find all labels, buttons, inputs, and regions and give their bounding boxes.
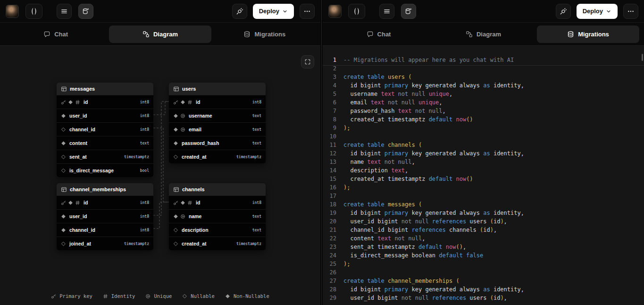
line-number: 25 [323,260,343,268]
workflow-icon [142,31,150,38]
tab-label: Diagram [153,31,178,38]
non-nullable-icon [68,100,73,105]
left-app-panel: Deploy ChatDiagramMigrations messagesidi… [0,0,320,305]
app-logo-button[interactable] [25,4,42,19]
code-line: 17 [323,192,644,200]
column-name: id [196,200,200,205]
column-name: user_id [69,213,87,219]
database-sparkle-button[interactable] [78,4,93,19]
tab-chat[interactable]: Chat [5,25,107,43]
avatar[interactable] [6,5,19,18]
deploy-button[interactable]: Deploy [253,4,294,19]
line-number: 6 [323,98,343,107]
tab-diagram[interactable]: Diagram [432,25,535,43]
identity-icon [75,100,80,105]
expand-icon [304,59,311,65]
primary-key-icon [173,100,178,105]
more-button[interactable] [300,4,315,19]
column-flags [61,113,66,119]
column-type: text [252,141,261,145]
more-button[interactable] [623,4,638,19]
code-line: 29 user_id bigint not null references us… [323,294,644,302]
non-nullable-icon [180,100,185,105]
menu-icon [60,8,68,15]
line-number: 15 [323,175,343,183]
topbar: Deploy [0,0,320,23]
line-content: id bigint primary key generated always a… [343,285,644,294]
identity-icon [103,294,108,299]
tab-migrations[interactable]: Migrations [214,25,316,43]
column-type: int8 [252,100,261,104]
column-flags [61,241,66,246]
column-name: channel_id [69,127,95,132]
column-type: bool [140,169,149,173]
line-number: 18 [323,200,343,209]
column-flags [61,154,66,160]
identity-icon [187,100,192,105]
avatar[interactable] [328,5,342,18]
column-row: joined_attimestamptz [57,237,153,250]
right-app-panel: Deploy ChatDiagramMigrations 1-- Migrati… [323,0,644,305]
line-number: 8 [323,115,343,124]
line-number: 9 [323,124,343,132]
database-sparkle-button[interactable] [401,4,416,19]
line-content: id bigint primary key generated always a… [343,209,644,217]
legend-identity: Identity [103,293,135,299]
code-line: 21 channel_id bigint references channels… [323,226,644,234]
table-node-users[interactable]: usersidint8usernametextemailtextpassword… [169,83,266,163]
tab-chat[interactable]: Chat [327,25,430,43]
column-type: text [252,114,261,118]
topbar: Deploy [323,0,644,23]
menu-button[interactable] [57,4,72,19]
line-content: created_at timestamptz default now() [343,115,644,124]
table-icon [61,186,67,193]
nullable-icon [173,228,178,233]
line-number: 1 [323,56,343,64]
diagram-legend: Primary keyIdentityUniqueNullableNon-Nul… [0,293,320,299]
diagram-canvas[interactable]: messagesidint8user_idint8channel_idint8c… [0,46,320,305]
line-content: -- Migrations will appear here as you ch… [343,56,644,64]
menu-button[interactable] [379,4,394,19]
line-content: password_hash text not null, [343,107,644,115]
non-nullable-icon [68,200,73,205]
code-line: 13 name text not null, [323,158,644,166]
table-node-messages[interactable]: messagesidint8user_idint8channel_idint8c… [57,83,153,177]
deploy-button[interactable]: Deploy [577,4,618,19]
connect-icon [236,8,243,15]
legend-label: Identity [111,293,135,299]
connect-button[interactable] [232,4,247,19]
code-line: 5 username text not null unique, [323,90,644,98]
column-type: int8 [140,127,149,132]
column-type: text [252,214,261,219]
scrollbar-thumb[interactable] [642,54,643,61]
line-number: 20 [323,217,343,226]
legend-label: Unique [154,293,172,299]
table-header: channel_memberships [57,183,153,195]
non-nullable-icon [61,141,66,146]
tab-migrations[interactable]: Migrations [537,25,639,43]
sql-editor[interactable]: 1-- Migrations will appear here as you c… [323,46,644,305]
nullable-icon [182,294,187,299]
column-name: id [196,99,200,105]
table-node-channels[interactable]: channelsidint8nametextdescriptiontextcre… [169,183,266,250]
column-row: idint8 [57,95,153,109]
connect-button[interactable] [556,4,571,19]
app-logo-button[interactable] [348,4,365,19]
chevron-down-icon [606,8,611,14]
code-lines: 1-- Migrations will appear here as you c… [323,56,644,302]
column-flags [61,214,66,219]
fullscreen-button[interactable] [301,55,314,68]
identity-icon [75,200,80,205]
tab-diagram[interactable]: Diagram [109,25,211,43]
code-line: 16); [323,183,644,192]
non-nullable-icon [61,228,66,233]
table-node-channel_memberships[interactable]: channel_membershipsidint8user_idint8chan… [57,183,153,250]
column-flags [61,127,66,132]
line-content: id bigint primary key generated always a… [343,81,644,90]
line-number: 23 [323,243,343,251]
chat-icon [43,31,50,38]
legend-non-nullable: Non-Nullable [225,293,269,299]
column-flags [61,141,66,146]
non-nullable-icon [173,141,178,146]
line-number: 12 [323,149,343,158]
